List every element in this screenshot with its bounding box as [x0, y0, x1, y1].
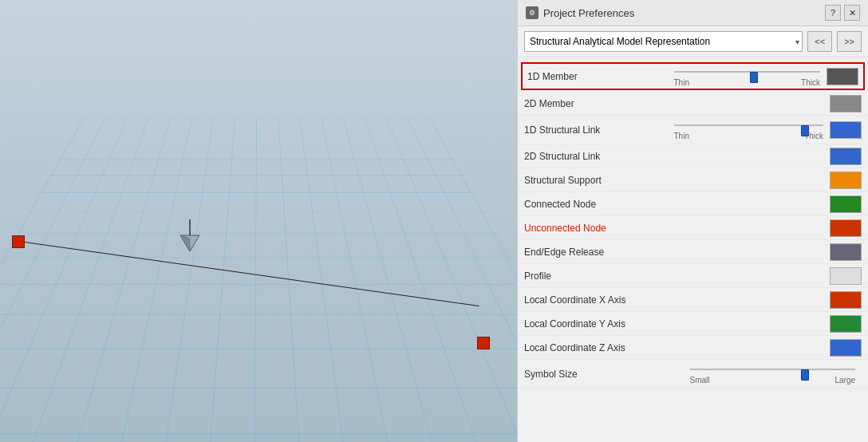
1d-structural-link-slider-thumb[interactable] — [801, 125, 809, 136]
project-preferences-panel: ⚙ Project Preferences ? ✕ Structural Ana… — [517, 0, 868, 442]
local-coord-x-row: Local Coordinate X Axis — [518, 288, 868, 312]
panel-controls: ? ✕ — [825, 5, 860, 21]
1d-member-slider-labels: Thin Thick — [674, 78, 821, 87]
local-coord-z-label: Local Coordinate Z Axis — [524, 342, 830, 353]
1d-member-slider-container: Thin Thick — [674, 65, 821, 87]
category-dropdown[interactable]: Structural Analytical Model Representati… — [524, 31, 803, 52]
panel-title-text: Project Preferences — [543, 7, 634, 19]
unconnected-node-color-swatch[interactable] — [830, 219, 862, 237]
red-cube-right — [477, 337, 490, 349]
structural-support-color-swatch[interactable] — [830, 172, 862, 189]
1d-structural-link-slider-track[interactable] — [674, 119, 824, 132]
close-button[interactable]: ✕ — [844, 5, 860, 21]
unconnected-node-label: Unconnected Node — [524, 223, 830, 234]
grid — [0, 118, 517, 442]
symbol-size-slider-labels: Small Large — [690, 376, 856, 385]
structural-support-label: Structural Support — [524, 175, 830, 186]
nav-bar: Structural Analytical Model Representati… — [518, 26, 868, 57]
2d-member-color-swatch[interactable] — [830, 95, 862, 112]
local-coord-y-label: Local Coordinate Y Axis — [524, 318, 830, 330]
symbol-size-large-label: Large — [834, 376, 855, 385]
prev-button[interactable]: << — [807, 31, 832, 52]
1d-member-thin-label: Thin — [674, 78, 689, 87]
symbol-size-small-label: Small — [690, 376, 710, 385]
symbol-size-slider-container: Small Large — [690, 363, 856, 385]
1d-structural-link-slider-line — [674, 124, 824, 126]
panel-icon: ⚙ — [526, 6, 539, 19]
end-edge-release-row: End/Edge Release — [518, 240, 868, 264]
structural-support-row: Structural Support — [518, 168, 868, 192]
profile-row: Profile — [518, 264, 868, 288]
1d-member-row-top: 1D Member Thin Thick — [527, 65, 858, 87]
connected-node-label: Connected Node — [524, 199, 830, 210]
end-edge-release-label: End/Edge Release — [524, 247, 830, 258]
end-edge-release-color-swatch[interactable] — [830, 243, 862, 261]
2d-structural-link-row: 2D Structural Link — [518, 144, 868, 168]
1d-structural-link-row: 1D Structural Link Thin Thick — [518, 116, 868, 144]
2d-structural-link-color-swatch[interactable] — [830, 148, 862, 165]
2d-member-row: 2D Member — [518, 92, 868, 116]
1d-member-slider-line — [674, 71, 821, 73]
2d-member-label: 2D Member — [524, 98, 830, 109]
1d-structural-link-thin-label: Thin — [674, 132, 689, 140]
symbol-size-row-top: Symbol Size Small Large — [524, 363, 862, 385]
2d-structural-link-label: 2D Structural Link — [524, 151, 830, 162]
1d-member-thick-label: Thick — [801, 78, 820, 87]
connected-node-row: Connected Node — [518, 192, 868, 216]
unconnected-node-row: Unconnected Node — [518, 216, 868, 240]
symbol-size-label: Symbol Size — [524, 369, 690, 380]
profile-label: Profile — [524, 270, 830, 282]
local-coord-x-color-swatch[interactable] — [830, 291, 862, 309]
local-coord-x-label: Local Coordinate X Axis — [524, 294, 830, 306]
1d-member-slider-track[interactable] — [674, 65, 821, 78]
arrow-indicator — [177, 219, 203, 262]
3d-viewport[interactable] — [0, 0, 517, 442]
local-coord-z-row: Local Coordinate Z Axis — [518, 336, 868, 360]
symbol-size-row: Symbol Size Small Large — [518, 360, 868, 389]
panel-title: ⚙ Project Preferences — [526, 6, 634, 19]
next-button[interactable]: >> — [837, 31, 862, 52]
profile-color-swatch[interactable] — [830, 267, 862, 285]
settings-content: 1D Member Thin Thick 2D Member — [518, 57, 868, 442]
1d-structural-link-slider-container: Thin Thick — [674, 119, 824, 140]
1d-member-row: 1D Member Thin Thick — [521, 62, 865, 90]
1d-member-label: 1D Member — [527, 71, 674, 82]
symbol-size-slider-track[interactable] — [690, 363, 856, 376]
symbol-size-slider-thumb[interactable] — [801, 369, 809, 381]
symbol-size-slider-line — [690, 369, 856, 370]
1d-member-slider-thumb[interactable] — [750, 72, 758, 83]
category-dropdown-wrapper: Structural Analytical Model Representati… — [524, 31, 803, 52]
titlebar: ⚙ Project Preferences ? ✕ — [518, 0, 868, 26]
local-coord-z-color-swatch[interactable] — [830, 339, 862, 357]
1d-member-color-swatch[interactable] — [827, 68, 858, 85]
red-cube-left — [12, 235, 25, 248]
1d-structural-link-row-top: 1D Structural Link Thin Thick — [524, 119, 862, 140]
local-coord-y-row: Local Coordinate Y Axis — [518, 312, 868, 336]
connected-node-color-swatch[interactable] — [830, 195, 862, 213]
help-button[interactable]: ? — [825, 5, 841, 21]
1d-structural-link-label: 1D Structural Link — [524, 124, 674, 136]
local-coord-y-color-swatch[interactable] — [830, 315, 862, 333]
1d-structural-link-color-swatch[interactable] — [830, 121, 862, 139]
